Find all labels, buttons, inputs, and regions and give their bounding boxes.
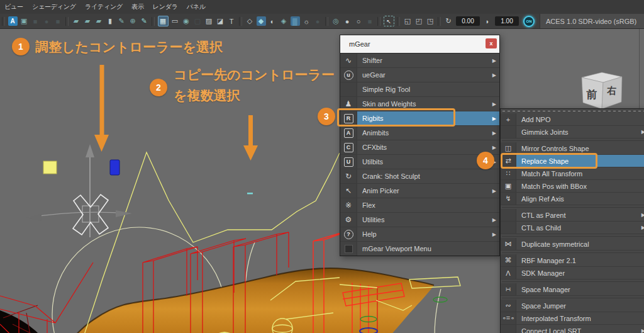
rigbits-submenu-item-ctl-as-child[interactable]: CTL as Child▶ xyxy=(501,222,644,234)
menubar-item-[interactable]: シェーディング xyxy=(28,3,80,11)
toolbar-separator xyxy=(239,17,242,26)
mgear-menu-label: Simple Rig Tool xyxy=(362,86,410,93)
colorspace-label[interactable]: ACES 1.0 SDR-video (sRGB) xyxy=(540,14,644,28)
mgear-menu-item-uegear[interactable]: uueGear▶ xyxy=(340,68,499,82)
mgear-menu-item-utilities[interactable]: ⚙Utilities▶ xyxy=(340,213,499,227)
mgear-menu-item-flex[interactable]: ※Flex xyxy=(340,198,499,213)
mgear-menu-item-mgear-viewport-menu[interactable]: mGear Viewport Menu xyxy=(340,242,499,256)
camera-gate-icon[interactable]: ◉ xyxy=(182,16,191,26)
grid-toggle-icon[interactable]: ▦ xyxy=(158,16,169,26)
view-transform-icon[interactable]: ⊕ xyxy=(128,16,138,26)
x-shape-controller xyxy=(73,195,108,235)
mgear-menu-label: Flex xyxy=(362,201,375,209)
close-icon[interactable]: x xyxy=(486,38,497,48)
rigbits-submenu-label: RBF Manager 2.1 xyxy=(521,257,576,264)
menubar-item-[interactable]: パネル xyxy=(182,3,210,11)
export-view-icon[interactable]: ◳ xyxy=(426,16,435,26)
rigbits-submenu-item-mirror-controls-shape[interactable]: ◫Mirror Controls Shape xyxy=(501,142,644,155)
tool-disabled-2-icon[interactable]: ● xyxy=(42,16,52,26)
annotation-step3-badge: 3 xyxy=(318,108,335,125)
mgear-menu-item-anim-picker[interactable]: ↖Anim Picker▶ xyxy=(340,184,499,198)
motion-blur-icon[interactable]: ● xyxy=(343,16,352,26)
menubar-item-[interactable]: ビュー xyxy=(0,3,28,11)
rigbits-submenu-item-match-pos-with-bbox[interactable]: ▣Match Pos with BBox xyxy=(501,180,644,193)
mgear-menu-titlebar[interactable]: mGear x xyxy=(340,35,499,54)
rigbits-submenu-item-rbf-manager-2-1[interactable]: ⌘RBF Manager 2.1 xyxy=(501,254,644,267)
submenu-tearoff-handle[interactable] xyxy=(501,109,644,113)
isolate-select-icon[interactable]: ↖ xyxy=(384,16,394,26)
rigbits-submenu-item-sdk-manager[interactable]: ΛSDK Manager xyxy=(501,267,644,279)
camera-attributes-icon[interactable]: ▰ xyxy=(94,16,104,26)
rigbits-submenu-item-space-jumper[interactable]: ∾Space Jumper xyxy=(501,300,644,312)
refresh-icon[interactable]: ↻ xyxy=(444,16,453,26)
annotation-step2-line1: コピー先のコントローラー xyxy=(174,64,335,85)
match-pos-bbox-icon: ▣ xyxy=(501,180,516,192)
mgear-menu-item-skin-and-weights[interactable]: ♟Skin and Weights▶ xyxy=(340,97,499,111)
frame-select-icon[interactable]: ▣ xyxy=(19,16,29,26)
camera-lock-icon[interactable]: ▰ xyxy=(83,16,92,26)
rigbits-submenu-item-connect-local-srt[interactable]: Connect Local SRT▶ xyxy=(501,325,644,333)
toolbar-separator xyxy=(65,17,69,26)
mgear-menu-item-rigbits[interactable]: RRigbits▶ xyxy=(340,111,499,126)
mgear-menu-item-cfxbits[interactable]: CCFXbits▶ xyxy=(340,140,499,155)
rigbits-submenu-item-match-all-transform[interactable]: ∷Match All Transform xyxy=(501,167,644,180)
shadows-icon[interactable]: ● xyxy=(313,16,323,26)
submenu-arrow-icon: ▶ xyxy=(492,188,499,194)
control-curve-mid xyxy=(245,242,255,333)
pencil-icon[interactable]: ✎ xyxy=(140,16,149,26)
mgear-menu-item-help[interactable]: ?Help▶ xyxy=(340,227,499,242)
mgear-menu-item-simple-rig-tool[interactable]: Simple Rig Tool xyxy=(340,82,499,97)
rigbits-submenu-item-replace-shape[interactable]: ⇄Replace Shape xyxy=(501,155,644,167)
gamma-field[interactable]: 1.00 xyxy=(495,16,519,26)
blue-control-ellipse xyxy=(360,328,377,333)
mgear-menu-item-crank-shot-sculpt[interactable]: ↻Crank: Shot Sculpt xyxy=(340,169,499,184)
menubar-item-[interactable]: ライティング xyxy=(80,3,127,11)
textured-mode-icon[interactable]: ◐ xyxy=(268,16,277,26)
panel-menubar: ビューシェーディングライティング表示レンダラパネル xyxy=(0,0,644,14)
image-plane-icon[interactable]: ✎ xyxy=(117,16,126,26)
ambient-occlusion-icon[interactable]: ◎ xyxy=(331,16,341,26)
shaded-mode-icon[interactable]: ◆ xyxy=(257,16,266,26)
rigbits-submenu-item-duplicate-symmetrical[interactable]: ⋈Duplicate symmetrical xyxy=(501,238,644,251)
resolution-gate-icon[interactable]: ▨ xyxy=(204,16,214,26)
field-chart-icon[interactable]: ▢ xyxy=(193,16,203,26)
tool-disabled-3-icon[interactable]: ■ xyxy=(53,16,63,26)
exposure-field[interactable]: 0.00 xyxy=(456,16,480,26)
hud-toggle-icon[interactable]: T xyxy=(227,16,236,26)
menubar-item-[interactable]: レンダラ xyxy=(148,3,182,11)
rigbits-submenu-item-gimmick-joints[interactable]: Gimmick Joints▶ xyxy=(501,126,644,138)
select-tool-icon[interactable]: A xyxy=(8,16,18,26)
submenu-arrow-icon: ▶ xyxy=(641,328,644,333)
mgear-menu-item-shifter[interactable]: ∿Shifter▶ xyxy=(340,54,499,68)
toolbar-separator xyxy=(438,17,441,26)
anti-alias-icon[interactable]: ○ xyxy=(354,16,364,26)
textured-cube-icon[interactable]: ◈ xyxy=(279,16,289,26)
gate-mask-icon[interactable]: ◪ xyxy=(216,16,225,26)
snapshot-copy-icon[interactable]: ◱ xyxy=(403,16,413,26)
cyan-vertex-dash xyxy=(247,193,253,195)
menu-icon-empty xyxy=(501,222,516,234)
menu-separator xyxy=(501,279,644,283)
rigbits-submenu-item-add-npo[interactable]: +Add NPO xyxy=(501,113,644,126)
lighting-icon[interactable]: ☼ xyxy=(302,16,311,26)
bookmark-icon[interactable]: ▮ xyxy=(106,16,115,26)
film-gate-icon[interactable]: ▭ xyxy=(170,16,180,26)
menubar-item-[interactable]: 表示 xyxy=(127,3,148,11)
render-setting-disabled-icon[interactable]: ■ xyxy=(365,16,375,26)
wireframe-mode-icon[interactable]: ◇ xyxy=(245,16,255,26)
rigbits-submenu-item-ctl-as-parent[interactable]: CTL as Parent▶ xyxy=(501,209,644,222)
rigbits-submenu-item-space-manager[interactable]: ∺Space Manager xyxy=(501,283,644,296)
mgear-menu-item-utilbits[interactable]: UUtilbits▶ xyxy=(340,155,499,169)
mgear-menu-window: mGear x ∿Shifter▶uueGear▶Simple Rig Tool… xyxy=(340,35,500,256)
toolbar-icons: A▣■●■▰▰▰▮✎⊕✎▦▭◉▢▨◪T◇◆◐◈▒☼●◎●○■↖◱◰◳↻ xyxy=(0,16,454,26)
toolbar-separator xyxy=(377,17,380,26)
rigbits-submenu-item-align-ref-axis[interactable]: ↯Align Ref Axis xyxy=(501,193,644,205)
wireframe-on-shaded-icon[interactable]: ▒ xyxy=(291,16,300,26)
rigbits-submenu-item-interpolated-transform[interactable]: ∘=∘Interpolated Transform xyxy=(501,312,644,325)
snapshot-paste-icon[interactable]: ◰ xyxy=(414,16,424,26)
tool-disabled-1-icon[interactable]: ■ xyxy=(31,16,40,26)
camera-select-icon[interactable]: ▰ xyxy=(72,16,81,26)
add-npo-icon: + xyxy=(501,113,516,125)
mgear-menu-item-animbits[interactable]: AAnimbits▶ xyxy=(340,126,499,140)
color-management-toggle[interactable]: ON xyxy=(523,16,535,27)
